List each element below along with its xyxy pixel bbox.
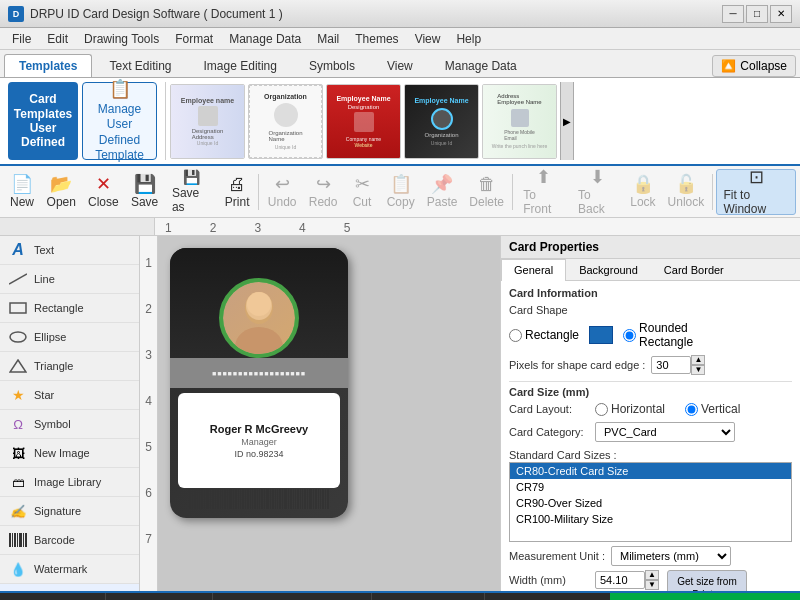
width-input[interactable] bbox=[595, 571, 645, 589]
tool-watermark[interactable]: 💧 Watermark bbox=[0, 555, 139, 584]
undo-button[interactable]: ↩ Undo bbox=[262, 169, 302, 215]
card-info-label: Card Information bbox=[509, 287, 792, 299]
menu-format[interactable]: Format bbox=[167, 30, 221, 48]
delete-button[interactable]: 🗑 Delete bbox=[464, 169, 509, 215]
open-button[interactable]: 📂 Open bbox=[41, 169, 82, 215]
tab-templates[interactable]: Templates bbox=[4, 54, 92, 77]
menu-view[interactable]: View bbox=[407, 30, 449, 48]
menu-file[interactable]: File bbox=[4, 30, 39, 48]
svg-rect-42 bbox=[257, 489, 258, 509]
layout-horizontal-radio[interactable] bbox=[595, 403, 608, 416]
card-templates-button[interactable]: Card TemplatesUser Defined bbox=[8, 82, 78, 160]
menu-themes[interactable]: Themes bbox=[347, 30, 406, 48]
menu-drawing-tools[interactable]: Drawing Tools bbox=[76, 30, 167, 48]
size-cr90[interactable]: CR90-Over Sized bbox=[510, 495, 791, 511]
paste-button[interactable]: 📌 Paste bbox=[421, 169, 463, 215]
unlock-button[interactable]: 🔓 Unlock bbox=[662, 169, 709, 215]
tab-general[interactable]: General bbox=[501, 259, 566, 281]
template-preview-4[interactable]: Employee Name Organization Unique Id bbox=[404, 84, 479, 159]
tool-image-library[interactable]: 🗃 Image Library bbox=[0, 468, 139, 497]
templates-scroll-right[interactable]: ▶ bbox=[560, 82, 574, 160]
minimize-button[interactable]: ─ bbox=[722, 5, 744, 23]
svg-rect-23 bbox=[210, 489, 211, 509]
size-cr79[interactable]: CR79 bbox=[510, 479, 791, 495]
collapse-button[interactable]: 🔼 Collapse bbox=[712, 55, 796, 77]
menu-mail[interactable]: Mail bbox=[309, 30, 347, 48]
tool-ellipse[interactable]: Ellipse bbox=[0, 323, 139, 352]
lock-button[interactable]: 🔒 Lock bbox=[624, 169, 661, 215]
tab-text-editing[interactable]: Text Editing bbox=[94, 54, 186, 77]
tool-signature[interactable]: ✍ Signature bbox=[0, 497, 139, 526]
measurement-select[interactable]: Milimeters (mm) Inches (in) Pixels (px) bbox=[611, 546, 731, 566]
tab-symbols[interactable]: Symbols bbox=[294, 54, 370, 77]
copy-button[interactable]: 📋 Copy bbox=[381, 169, 420, 215]
shape-rounded-radio[interactable] bbox=[623, 329, 636, 342]
toback-button[interactable]: ⬇ To Back bbox=[571, 169, 624, 215]
tool-new-image[interactable]: 🖼 New Image bbox=[0, 439, 139, 468]
manage-template-button[interactable]: 📋 Manage User Defined Template bbox=[82, 82, 157, 160]
menu-help[interactable]: Help bbox=[448, 30, 489, 48]
card-category-row: Card Category: PVC_Card Paper_Card Plast… bbox=[509, 422, 792, 442]
ribbon-tabs: Templates Text Editing Image Editing Sym… bbox=[0, 50, 800, 78]
card-category-select[interactable]: PVC_Card Paper_Card Plastic_Card bbox=[595, 422, 735, 442]
template-preview-1[interactable]: Employee name DesignationAddress Unique … bbox=[170, 84, 245, 159]
standard-sizes-list[interactable]: CR80-Credit Card Size CR79 CR90-Over Siz… bbox=[509, 462, 792, 542]
card-templates-label: Card TemplatesUser Defined bbox=[14, 92, 72, 150]
tab-image-editing[interactable]: Image Editing bbox=[189, 54, 292, 77]
close-button[interactable]: ✕ Close bbox=[83, 169, 125, 215]
template-preview-3[interactable]: Employee Name Designation Company name W… bbox=[326, 84, 401, 159]
user-profile-button[interactable]: 👤 User Profile bbox=[374, 593, 486, 600]
cut-button[interactable]: ✂ Cut bbox=[344, 169, 380, 215]
fitwindow-button[interactable]: ⊡ Fit to Window bbox=[716, 169, 796, 215]
app-title: DRPU ID Card Design Software ( Document … bbox=[30, 7, 283, 21]
card-back-button[interactable]: Card Back bbox=[108, 593, 213, 600]
pixels-up[interactable]: ▲ bbox=[691, 355, 705, 365]
tool-star[interactable]: ★ Star bbox=[0, 381, 139, 410]
tool-text[interactable]: A Text bbox=[0, 236, 139, 265]
size-cr100[interactable]: CR100-Military Size bbox=[510, 511, 791, 527]
menu-manage-data[interactable]: Manage Data bbox=[221, 30, 309, 48]
tool-line[interactable]: Line bbox=[0, 265, 139, 294]
layout-vertical-radio[interactable] bbox=[685, 403, 698, 416]
new-button[interactable]: 📄 New bbox=[4, 169, 40, 215]
copy-design-button[interactable]: ⧉ Copy current design bbox=[215, 593, 371, 600]
print-button[interactable]: 🖨 Print bbox=[219, 169, 255, 215]
menu-edit[interactable]: Edit bbox=[39, 30, 76, 48]
close-button[interactable]: ✕ bbox=[770, 5, 792, 23]
save-button[interactable]: 💾 Save bbox=[125, 169, 164, 215]
svg-rect-54 bbox=[288, 489, 289, 509]
pixels-spinner[interactable]: ▲ ▼ bbox=[651, 355, 705, 375]
width-row: Width (mm) ▲ ▼ bbox=[509, 570, 659, 590]
tool-barcode[interactable]: Barcode bbox=[0, 526, 139, 555]
get-size-button[interactable]: Get size from Printer bbox=[667, 570, 747, 591]
tofront-button[interactable]: ⬆ To Front bbox=[516, 169, 570, 215]
tab-background[interactable]: Background bbox=[566, 259, 651, 280]
width-down[interactable]: ▼ bbox=[645, 580, 659, 590]
layout-horizontal-option[interactable]: Horizontal bbox=[595, 402, 675, 416]
shape-rounded-option[interactable]: RoundedRectangle bbox=[623, 321, 693, 349]
saveas-button[interactable]: 💾 Save as bbox=[165, 169, 218, 215]
tab-card-border[interactable]: Card Border bbox=[651, 259, 737, 280]
shape-rectangle-option[interactable]: Rectangle bbox=[509, 328, 579, 342]
tool-triangle[interactable]: Triangle bbox=[0, 352, 139, 381]
pixels-down[interactable]: ▼ bbox=[691, 365, 705, 375]
shape-rectangle-radio[interactable] bbox=[509, 329, 522, 342]
layout-vertical-option[interactable]: Vertical bbox=[685, 402, 765, 416]
tab-view[interactable]: View bbox=[372, 54, 428, 77]
size-cr80[interactable]: CR80-Credit Card Size bbox=[510, 463, 791, 479]
tab-manage-data[interactable]: Manage Data bbox=[430, 54, 532, 77]
pixels-input[interactable] bbox=[651, 356, 691, 374]
redo-button[interactable]: ↪ Redo bbox=[303, 169, 343, 215]
tool-card-properties[interactable]: ⚙ Card Properties bbox=[0, 584, 139, 591]
template-preview-5[interactable]: AddressEmployee Name Phone MobileEmail W… bbox=[482, 84, 557, 159]
template-preview-2[interactable]: Organization OrganizationName Unique Id bbox=[248, 84, 323, 159]
width-spinner[interactable]: ▲ ▼ bbox=[595, 570, 659, 590]
card-front-button[interactable]: Card Front bbox=[0, 593, 106, 600]
close-label: Close bbox=[88, 195, 119, 209]
svg-rect-69 bbox=[325, 489, 326, 509]
tool-symbol[interactable]: Ω Symbol bbox=[0, 410, 139, 439]
card-templates-section: Card TemplatesUser Defined 📋 Manage User… bbox=[8, 82, 166, 160]
tool-rectangle[interactable]: Rectangle bbox=[0, 294, 139, 323]
width-up[interactable]: ▲ bbox=[645, 570, 659, 580]
maximize-button[interactable]: □ bbox=[746, 5, 768, 23]
